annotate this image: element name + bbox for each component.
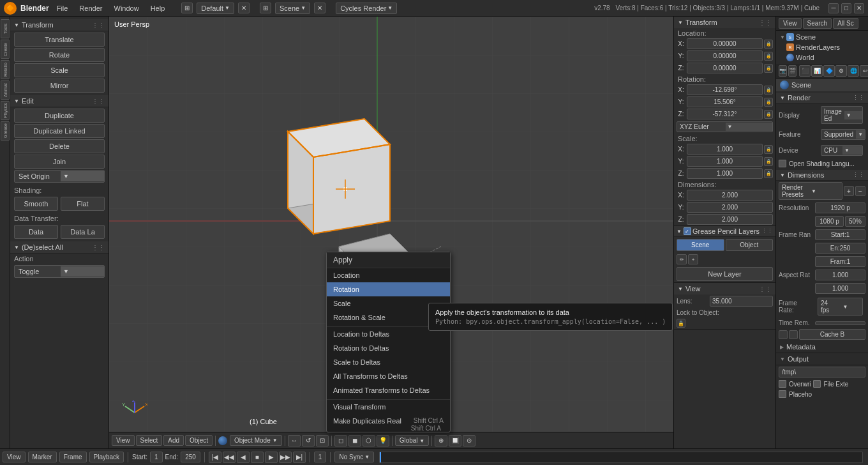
- jump-prev-btn[interactable]: ◀◀: [223, 452, 236, 463]
- object-mode-select[interactable]: Object Mode ▼: [230, 435, 282, 446]
- rot-x-val[interactable]: -12.698°: [687, 84, 763, 95]
- scale-y-val[interactable]: 1.000: [687, 156, 763, 167]
- grease-pencil-header[interactable]: ▼ ✓ Grease Pencil Layers ⋮⋮: [674, 226, 775, 237]
- render-output-icon[interactable]: 🎬: [788, 65, 797, 77]
- rot-x-lock[interactable]: 🔒: [764, 86, 773, 95]
- timeline-view-btn[interactable]: View: [3, 452, 26, 462]
- apply-location[interactable]: Location: [327, 268, 450, 282]
- render-icon-3[interactable]: 🔷: [823, 65, 835, 77]
- end-frame-input[interactable]: 250: [181, 452, 200, 462]
- rotation-mode-dropdown[interactable]: XYZ Euler ▼: [677, 121, 773, 132]
- file-ext-checkbox[interactable]: [813, 380, 821, 388]
- scene-selector[interactable]: Scene ▼: [275, 3, 310, 14]
- res-y-val[interactable]: 1080 p: [815, 216, 844, 227]
- fr-all-scenes-tab[interactable]: All Sc: [833, 18, 858, 29]
- display-icon-2[interactable]: ◼: [348, 435, 361, 446]
- animation-tab-icon[interactable]: Animat: [1, 80, 10, 100]
- placeholder-checkbox[interactable]: [779, 390, 786, 398]
- view-panel-header[interactable]: ▼ View ⋮⋮: [674, 283, 775, 294]
- grease-pencil-tab-icon[interactable]: Grease: [1, 121, 10, 141]
- scale-y-lock[interactable]: 🔒: [764, 157, 773, 166]
- fr-search-tab[interactable]: Search: [803, 18, 832, 29]
- scale-x-lock[interactable]: 🔒: [764, 145, 773, 154]
- rot-z-val[interactable]: -57.312°: [687, 109, 763, 119]
- apply-visual-transform[interactable]: Visual Transform: [327, 400, 450, 414]
- transform-icon-2[interactable]: ↺: [302, 435, 315, 446]
- apply-make-duplicates-real[interactable]: Make Duplicates Real Shift Ctrl A Shift …: [327, 414, 450, 428]
- transform-header[interactable]: ▼ Transform ⋮⋮: [10, 19, 108, 31]
- render-camera-icon[interactable]: 📷: [779, 65, 787, 77]
- engine-selector[interactable]: Cycles Render ▼: [336, 3, 397, 14]
- rot-y-lock[interactable]: 🔒: [764, 98, 773, 107]
- create-tab-icon[interactable]: Create: [1, 40, 10, 59]
- frame-step-val[interactable]: Fram:1: [815, 256, 865, 267]
- rot-z-lock[interactable]: 🔒: [764, 110, 773, 119]
- menu-window[interactable]: Window: [110, 3, 143, 13]
- frame-start-val[interactable]: Start:1: [815, 229, 865, 240]
- viewport[interactable]: User Persp: [109, 17, 673, 448]
- menu-render[interactable]: Render: [75, 3, 106, 13]
- toggle-select[interactable]: Toggle ▼: [14, 265, 105, 278]
- timeline-marker-btn[interactable]: Marker: [28, 452, 57, 462]
- gp-scene-btn[interactable]: Scene: [677, 239, 724, 251]
- tools-tab-icon[interactable]: Tools: [1, 19, 10, 38]
- device-select[interactable]: CPU ▼: [821, 145, 863, 156]
- data-btn[interactable]: Data: [14, 225, 58, 239]
- preset-plus-btn[interactable]: +: [844, 186, 854, 196]
- vp-view-btn[interactable]: View: [112, 435, 135, 446]
- jump-start-btn[interactable]: |◀: [209, 452, 221, 463]
- snap-icon-3[interactable]: ⊙: [463, 435, 475, 446]
- loc-x-val[interactable]: 0.00000: [687, 38, 763, 49]
- display-icon-4[interactable]: 💡: [377, 435, 389, 446]
- gp-new-layer-btn[interactable]: New Layer: [677, 267, 773, 281]
- mirror-btn[interactable]: Mirror: [14, 79, 105, 93]
- snap-icon-1[interactable]: ⊕: [435, 435, 447, 446]
- edit-header[interactable]: ▼ Edit ⋮⋮: [10, 95, 108, 107]
- vp-select-btn[interactable]: Select: [136, 435, 163, 446]
- transform-icon-1[interactable]: ↔: [288, 435, 301, 446]
- jump-next-btn[interactable]: ▶▶: [279, 452, 292, 463]
- transform-icon-3[interactable]: ⊡: [316, 435, 329, 446]
- set-origin-select[interactable]: Set Origin ▼: [14, 170, 105, 183]
- scene-icon-left[interactable]: ⊞: [260, 3, 271, 13]
- feature-select[interactable]: Supported ▼: [821, 129, 865, 140]
- dim-z-val[interactable]: 2.000: [687, 214, 773, 225]
- snap-icon-2[interactable]: 🔲: [449, 435, 461, 446]
- gp-plus-icon[interactable]: +: [688, 254, 698, 264]
- menu-help[interactable]: Help: [147, 3, 169, 13]
- loc-z-lock[interactable]: 🔒: [764, 64, 773, 73]
- close-btn[interactable]: ✕: [854, 3, 864, 13]
- menu-file[interactable]: File: [53, 3, 72, 13]
- join-btn[interactable]: Join: [14, 155, 105, 169]
- fr-view-tab[interactable]: View: [779, 18, 802, 29]
- jump-end-btn[interactable]: ▶|: [293, 452, 306, 463]
- aspect-y-val[interactable]: 1.000: [815, 283, 865, 294]
- play-back-btn[interactable]: ◀: [237, 452, 250, 463]
- metadata-section[interactable]: ▶ Metadata: [776, 341, 868, 353]
- vp-add-btn[interactable]: Add: [163, 435, 184, 446]
- overwrite-checkbox[interactable]: [779, 380, 786, 388]
- render-icon-5[interactable]: 🌐: [848, 65, 859, 77]
- sync-select[interactable]: No Sync ▼: [334, 452, 374, 462]
- display-icon-1[interactable]: ◻: [334, 435, 347, 446]
- res-x-val[interactable]: 1920 p: [815, 202, 865, 213]
- scale-z-val[interactable]: 1.000: [687, 168, 763, 179]
- gp-pencil-icon[interactable]: ✏: [677, 254, 687, 264]
- output-section[interactable]: ▼ Output: [776, 353, 868, 365]
- workspace-icon-left[interactable]: ⊞: [181, 3, 193, 13]
- time-rem-val[interactable]: [815, 321, 865, 325]
- apply-all-transforms-deltas[interactable]: All Transforms to Deltas: [327, 369, 450, 383]
- lens-val[interactable]: 35.000: [710, 296, 773, 307]
- start-frame-input[interactable]: 1: [150, 452, 163, 462]
- render-icon-2[interactable]: 📊: [811, 65, 823, 77]
- scene-tree-item-world[interactable]: World: [776, 52, 868, 63]
- duplicate-linked-btn[interactable]: Duplicate Linked: [14, 124, 105, 138]
- maximize-btn[interactable]: □: [841, 3, 851, 13]
- render-icon-4[interactable]: ⚙: [835, 65, 847, 77]
- render-icon-1[interactable]: ⬛: [799, 65, 811, 77]
- scene-tree-item-renderlayers[interactable]: R RenderLayers: [776, 42, 868, 52]
- loc-x-lock[interactable]: 🔒: [764, 40, 773, 49]
- dimensions-section-header[interactable]: ▼ Dimensions ⋮⋮: [776, 170, 868, 181]
- loc-y-lock[interactable]: 🔒: [764, 52, 773, 61]
- res-pct-val[interactable]: 50%: [845, 216, 865, 227]
